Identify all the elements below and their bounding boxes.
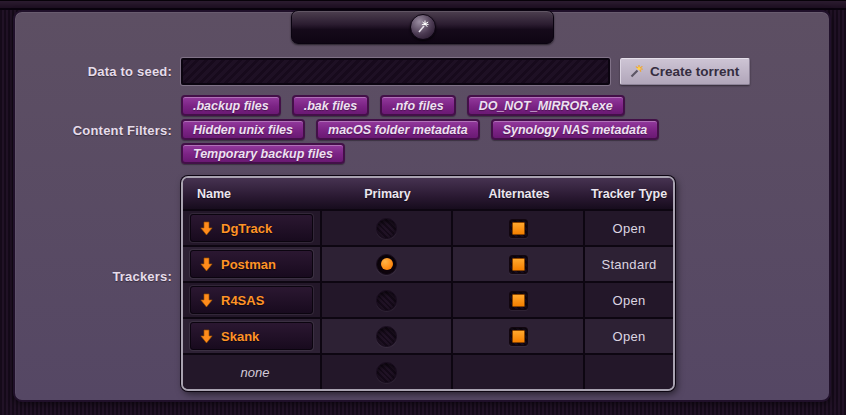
tracker-name: Postman bbox=[221, 257, 276, 272]
primary-radio[interactable] bbox=[376, 290, 397, 311]
column-header-tracker-type: Tracker Type bbox=[585, 178, 673, 209]
filter-chip[interactable]: DO_NOT_MIRROR.exe bbox=[467, 95, 625, 116]
alternates-cell bbox=[453, 211, 585, 245]
tracker-link[interactable]: R4SAS bbox=[190, 286, 313, 314]
tracker-link[interactable]: Skank bbox=[190, 322, 313, 350]
trackers-label: Trackers: bbox=[0, 269, 172, 284]
content-filters-label: Content Filters: bbox=[0, 123, 172, 138]
column-header-name: Name bbox=[183, 178, 322, 209]
tracker-name: DgTrack bbox=[221, 221, 272, 236]
primary-radio[interactable] bbox=[376, 362, 397, 383]
filter-chips-row-1: .backup files.bak files.nfo filesDO_NOT_… bbox=[181, 95, 625, 117]
tracker-type-label: Open bbox=[585, 211, 673, 245]
alternates-checkbox[interactable] bbox=[509, 291, 528, 310]
tracker-name-cell: DgTrack bbox=[183, 211, 322, 245]
filter-chip[interactable]: Hidden unix files bbox=[181, 119, 305, 140]
checkbox-fill bbox=[512, 222, 525, 235]
primary-cell bbox=[322, 319, 453, 353]
primary-radio[interactable] bbox=[376, 218, 397, 239]
trackers-table: Name Primary Alternates Tracker Type DgT… bbox=[181, 176, 675, 391]
alternates-cell bbox=[453, 247, 585, 281]
tracker-none-label: none bbox=[190, 365, 320, 380]
alternates-cell bbox=[453, 319, 585, 353]
filter-chip[interactable]: .backup files bbox=[181, 95, 281, 116]
tracker-type-label: Open bbox=[585, 319, 673, 353]
tracker-row: PostmanStandard bbox=[183, 245, 673, 281]
trackers-table-header: Name Primary Alternates Tracker Type bbox=[183, 178, 673, 209]
tracker-type-label: Standard bbox=[585, 247, 673, 281]
primary-cell bbox=[322, 355, 453, 389]
alternates-checkbox[interactable] bbox=[509, 255, 528, 274]
download-arrow-icon bbox=[200, 293, 213, 308]
filter-chip[interactable]: .nfo files bbox=[380, 95, 455, 116]
filter-chips-row-3: Temporary backup files bbox=[181, 143, 345, 165]
tracker-name-cell: R4SAS bbox=[183, 283, 322, 317]
tracker-name-cell: none bbox=[183, 355, 322, 389]
column-header-alternates: Alternates bbox=[453, 178, 585, 209]
data-to-seed-input[interactable] bbox=[181, 58, 610, 85]
tracker-type-label bbox=[585, 355, 673, 389]
tracker-row: none bbox=[183, 353, 673, 389]
data-to-seed-label: Data to seed: bbox=[0, 64, 172, 79]
filter-chip[interactable]: Synology NAS metadata bbox=[491, 119, 659, 140]
create-torrent-section-toggle[interactable] bbox=[291, 10, 554, 44]
tracker-name-cell: Skank bbox=[183, 319, 322, 353]
checkbox-fill bbox=[512, 330, 525, 343]
tracker-link[interactable]: DgTrack bbox=[190, 214, 313, 242]
tracker-link[interactable]: Postman bbox=[190, 250, 313, 278]
download-arrow-icon bbox=[200, 257, 213, 272]
top-border-bar bbox=[0, 0, 846, 10]
tracker-type-label: Open bbox=[585, 283, 673, 317]
primary-radio[interactable] bbox=[376, 254, 397, 275]
filter-chip[interactable]: .bak files bbox=[292, 95, 370, 116]
tracker-row: R4SASOpen bbox=[183, 281, 673, 317]
download-arrow-icon bbox=[200, 221, 213, 236]
tracker-row: SkankOpen bbox=[183, 317, 673, 353]
primary-cell bbox=[322, 211, 453, 245]
primary-cell bbox=[322, 283, 453, 317]
checkbox-fill bbox=[512, 294, 525, 307]
alternates-checkbox[interactable] bbox=[509, 219, 528, 238]
alternates-cell bbox=[453, 283, 585, 317]
download-arrow-icon bbox=[200, 329, 213, 344]
tracker-name: Skank bbox=[221, 329, 259, 344]
tracker-name-cell: Postman bbox=[183, 247, 322, 281]
magic-wand-orb-icon bbox=[410, 14, 436, 40]
alternates-checkbox[interactable] bbox=[509, 327, 528, 346]
create-torrent-button-label: Create torrent bbox=[650, 64, 739, 79]
primary-radio[interactable] bbox=[376, 326, 397, 347]
wand-icon bbox=[629, 64, 644, 79]
create-torrent-button[interactable]: Create torrent bbox=[620, 58, 750, 85]
tracker-name: R4SAS bbox=[221, 293, 264, 308]
column-header-primary: Primary bbox=[322, 178, 453, 209]
trackers-table-body: DgTrackOpenPostmanStandardR4SASOpenSkank… bbox=[183, 209, 673, 389]
checkbox-fill bbox=[512, 258, 525, 271]
magic-wand-icon bbox=[415, 19, 431, 35]
filter-chip[interactable]: Temporary backup files bbox=[181, 143, 345, 164]
tracker-row: DgTrackOpen bbox=[183, 209, 673, 245]
filter-chips-row-2: Hidden unix filesmacOS folder metadataSy… bbox=[181, 119, 659, 141]
alternates-cell bbox=[453, 355, 585, 389]
primary-cell bbox=[322, 247, 453, 281]
filter-chip[interactable]: macOS folder metadata bbox=[316, 119, 480, 140]
